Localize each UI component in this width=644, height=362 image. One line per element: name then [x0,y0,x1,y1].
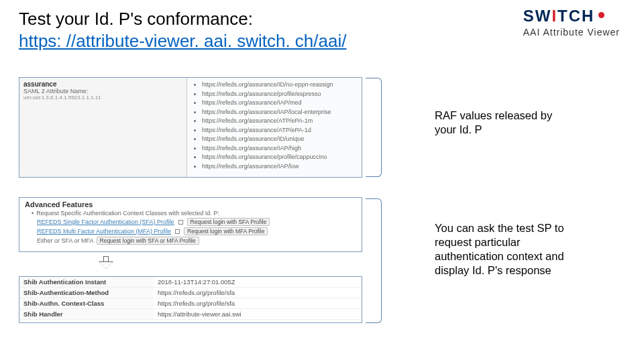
screenshot-attribute-values: assurance SAML 2 Attribute Name: urn:oid… [19,77,362,178]
list-item: https://refeds.org/assurance/profile/cap… [202,153,362,162]
logo-subtitle: AAI Attribute Viewer [523,27,620,38]
callout-raf-values: RAF values released by your Id. P [435,109,569,137]
attribute-subtitle: SAML 2 Attribute Name: [23,88,182,95]
sfa-or-mfa-request-button[interactable]: Request login with SFA or MFA Profile [97,237,199,245]
screenshot-advanced-features: Advanced Features • Request Specific Aut… [19,197,362,252]
attribute-viewer-link[interactable]: https: //attribute-viewer. aai. switch. … [19,30,346,52]
assurance-value-list: https://refeds.org/assurance/ID/no-eppn-… [190,80,362,171]
list-item: https://refeds.org/assurance/profile/esp… [202,90,362,99]
either-label: Either or SFA or MFA [37,237,94,244]
attribute-label-cell: assurance SAML 2 Attribute Name: urn:oid… [19,78,187,177]
switch-wordmark: SWITCH [523,7,620,25]
list-item: https://refeds.org/assurance/IAP/high [202,144,362,154]
bracket-icon [366,198,382,323]
circle-icon [598,12,604,18]
bracket-icon [366,78,382,177]
shib-response-table: Shib Authentication Instant2018-11-13T14… [19,277,362,320]
logo-part-main: SW [523,7,552,25]
attribute-oid: urn:oid:1.3.6.1.4.1.5923.1.1.1.11 [23,95,182,101]
table-row: Shib Handlerhttps://attribute-viewer.aai… [19,309,362,320]
slide-title: Test your Id. P's conformance: [19,8,346,30]
slide-title-block: Test your Id. P's conformance: https: //… [19,8,346,52]
panel2-heading: Advanced Features [25,200,356,208]
attribute-values-cell: https://refeds.org/assurance/ID/no-eppn-… [187,78,362,177]
callout-authn-context: You can ask the test SP to request parti… [435,221,569,278]
mfa-request-button[interactable]: Request login with MFA Profile [184,227,268,235]
list-item: https://refeds.org/assurance/IAP/med [202,99,362,108]
logo-part-accent: I [551,7,557,25]
table-row: Shib-Authentication-Methodhttps://refeds… [19,288,362,298]
table-row: Shib-Authn. Context-Classhttps://refeds.… [19,298,362,309]
arrow-down-icon [99,256,113,271]
list-item: https://refeds.org/assurance/IAP/low [202,162,362,172]
list-item: https://refeds.org/assurance/IAP/local-e… [202,108,362,117]
table-row: Shib Authentication Instant2018-11-13T14… [19,277,362,288]
switch-logo: SWITCH AAI Attribute Viewer [523,7,620,38]
panel2-intro: Request Specific Authentication Context … [36,210,219,217]
external-link-icon [178,220,183,225]
mfa-profile-link[interactable]: REFEDS Multi Factor Authentication (MFA)… [37,228,171,235]
sfa-profile-link[interactable]: REFEDS Single Factor Authentication (SFA… [37,219,174,225]
sfa-request-button[interactable]: Request login with SFA Profile [187,218,270,226]
list-item: https://refeds.org/assurance/ID/unique [202,135,362,144]
list-item: https://refeds.org/assurance/ATP/ePA-1d [202,126,362,135]
screenshot-shib-response: Shib Authentication Instant2018-11-13T14… [19,276,362,323]
logo-part-rest: TCH [557,7,594,25]
attribute-name: assurance [23,80,182,88]
list-item: https://refeds.org/assurance/ATP/ePA-1m [202,117,362,126]
external-link-icon [175,229,180,234]
list-item: https://refeds.org/assurance/ID/no-eppn-… [202,80,362,90]
